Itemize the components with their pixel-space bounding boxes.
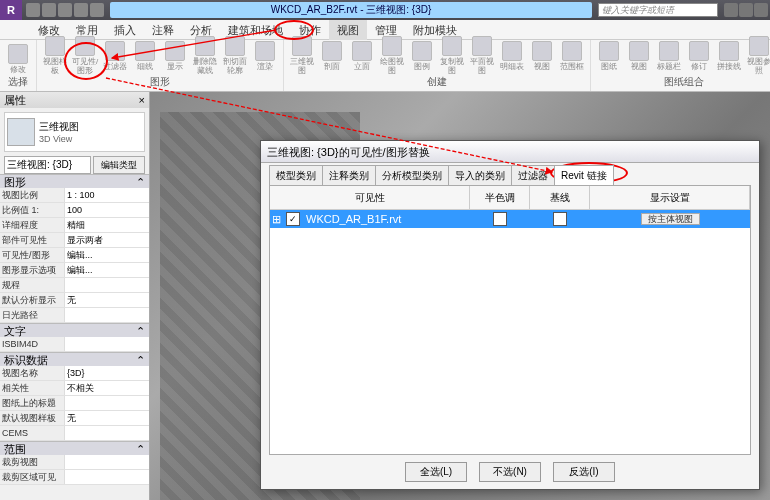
group-name: 选择 xyxy=(4,75,32,89)
prop-value[interactable] xyxy=(65,426,149,440)
ribbon-btn-复制视图[interactable]: 复制视图 xyxy=(438,36,466,75)
dialog-tab-模型类别[interactable]: 模型类别 xyxy=(269,165,323,185)
qat-undo-icon[interactable] xyxy=(58,3,72,17)
prop-value[interactable] xyxy=(65,308,149,322)
ribbon-btn-剖面[interactable]: 剖面 xyxy=(318,41,346,71)
instance-selector[interactable]: 三维视图: {3D} xyxy=(4,156,91,174)
prop-key: 图纸上的标题 xyxy=(0,396,65,410)
prop-row[interactable]: 视图名称{3D} xyxy=(0,366,149,381)
dialog-tab-注释类别[interactable]: 注释类别 xyxy=(322,165,376,185)
invert-selection-button[interactable]: 反选(I) xyxy=(553,462,615,482)
ribbon-label: 拼接线 xyxy=(717,62,741,71)
ribbon-btn-范围框[interactable]: 范围框 xyxy=(558,41,586,71)
prop-row[interactable]: 裁剪区域可见 xyxy=(0,470,149,485)
ribbon-btn-显示[interactable]: 显示 xyxy=(161,41,189,71)
ribbon-btn-过滤器[interactable]: 过滤器 xyxy=(101,41,129,71)
ribbon-label: 三维视图 xyxy=(288,57,316,75)
type-preview[interactable]: 三维视图 3D View xyxy=(4,112,145,152)
edit-type-button[interactable]: 编辑类型 xyxy=(93,156,145,174)
ribbon-btn-修改[interactable]: 修改 xyxy=(4,44,32,74)
prop-value[interactable]: 100 xyxy=(65,203,149,217)
prop-value[interactable]: 编辑... xyxy=(65,263,149,277)
prop-value[interactable] xyxy=(65,278,149,292)
prop-value[interactable] xyxy=(65,337,149,351)
prop-value[interactable]: {3D} xyxy=(65,366,149,380)
select-all-button[interactable]: 全选(L) xyxy=(405,462,467,482)
prop-row[interactable]: 日光路径 xyxy=(0,308,149,323)
prop-row[interactable]: 规程 xyxy=(0,278,149,293)
search-input[interactable]: 键入关键字或短语 xyxy=(598,3,718,17)
prop-row[interactable]: 相关性不相关 xyxy=(0,381,149,396)
dialog-tab-Revit 链接[interactable]: Revit 链接 xyxy=(554,165,614,185)
prop-row[interactable]: 裁剪视图 xyxy=(0,455,149,470)
dialog-tab-分析模型类别[interactable]: 分析模型类别 xyxy=(375,165,449,185)
prop-row[interactable]: 视图比例1 : 100 xyxy=(0,188,149,203)
prop-value[interactable]: 不相关 xyxy=(65,381,149,395)
prop-row[interactable]: 图形显示选项编辑... xyxy=(0,263,149,278)
qat-save-icon[interactable] xyxy=(42,3,56,17)
ribbon-btn-平面视图[interactable]: 平面视图 xyxy=(468,36,496,75)
close-icon[interactable] xyxy=(754,3,768,17)
ribbon-btn-细线[interactable]: 细线 xyxy=(131,41,159,71)
prop-row[interactable]: CEMS xyxy=(0,426,149,441)
prop-row[interactable]: 默认分析显示无 xyxy=(0,293,149,308)
prop-row[interactable]: 详细程度精细 xyxy=(0,218,149,233)
prop-row[interactable]: 默认视图样板无 xyxy=(0,411,149,426)
properties-title: 属性 xyxy=(4,93,26,108)
halftone-checkbox[interactable] xyxy=(493,212,507,226)
close-panel-icon[interactable]: × xyxy=(139,94,145,106)
ribbon-btn-视图样板[interactable]: 视图样板 xyxy=(41,36,69,75)
visibility-checkbox[interactable]: ✓ xyxy=(286,212,300,226)
ribbon-btn-修订[interactable]: 修订 xyxy=(685,41,713,71)
ribbon-icon xyxy=(75,36,95,56)
dialog-tab-导入的类别[interactable]: 导入的类别 xyxy=(448,165,512,185)
ribbon-btn-视图[interactable]: 视图 xyxy=(528,41,556,71)
prop-value[interactable]: 无 xyxy=(65,293,149,307)
ribbon-btn-拼接线[interactable]: 拼接线 xyxy=(715,41,743,71)
prop-value[interactable]: 无 xyxy=(65,411,149,425)
prop-row[interactable]: ISBIM4D xyxy=(0,337,149,352)
prop-section-图形[interactable]: 图形⌃ xyxy=(0,174,149,188)
dialog-tab-过滤器[interactable]: 过滤器 xyxy=(511,165,555,185)
qat-open-icon[interactable] xyxy=(26,3,40,17)
prop-value[interactable]: 编辑... xyxy=(65,248,149,262)
prop-value[interactable]: 1 : 100 xyxy=(65,188,149,202)
prop-value[interactable] xyxy=(65,396,149,410)
maximize-icon[interactable] xyxy=(739,3,753,17)
ribbon-btn-视图[interactable]: 视图 xyxy=(625,41,653,71)
ribbon-btn-标题栏[interactable]: 标题栏 xyxy=(655,41,683,71)
ribbon-btn-立面[interactable]: 立面 xyxy=(348,41,376,71)
ribbon-btn-绘图视图[interactable]: 绘图视图 xyxy=(378,36,406,75)
ribbon-btn-剖切面轮廓[interactable]: 剖切面轮廓 xyxy=(221,36,249,75)
prop-value[interactable]: 显示两者 xyxy=(65,233,149,247)
ribbon-btn-删除隐藏线[interactable]: 删除隐藏线 xyxy=(191,36,219,75)
prop-row[interactable]: 图纸上的标题 xyxy=(0,396,149,411)
prop-key: CEMS xyxy=(0,426,65,440)
prop-row[interactable]: 比例值 1:100 xyxy=(0,203,149,218)
qat-redo-icon[interactable] xyxy=(74,3,88,17)
ribbon-btn-图例[interactable]: 图例 xyxy=(408,41,436,71)
qat-print-icon[interactable] xyxy=(90,3,104,17)
display-setting-button[interactable]: 按主体视图 xyxy=(641,213,700,225)
minimize-icon[interactable] xyxy=(724,3,738,17)
prop-value[interactable] xyxy=(65,470,149,484)
prop-section-范围[interactable]: 范围⌃ xyxy=(0,441,149,455)
prop-row[interactable]: 可见性/图形编辑... xyxy=(0,248,149,263)
ribbon-btn-视图参照[interactable]: 视图参照 xyxy=(745,36,770,75)
prop-value[interactable]: 精细 xyxy=(65,218,149,232)
app-logo[interactable]: R xyxy=(0,0,22,20)
prop-value[interactable] xyxy=(65,455,149,469)
ribbon-label: 视图样板 xyxy=(41,57,69,75)
ribbon-btn-图纸[interactable]: 图纸 xyxy=(595,41,623,71)
select-none-button[interactable]: 不选(N) xyxy=(479,462,541,482)
ribbon-btn-明细表[interactable]: 明细表 xyxy=(498,41,526,71)
prop-row[interactable]: 部件可见性显示两者 xyxy=(0,233,149,248)
link-row[interactable]: ⊞ ✓ WKCD_AR_B1F.rvt 按主体视图 xyxy=(270,210,750,228)
prop-section-标识数据[interactable]: 标识数据⌃ xyxy=(0,352,149,366)
ribbon-label: 显示 xyxy=(167,62,183,71)
underlay-checkbox[interactable] xyxy=(553,212,567,226)
ribbon-btn-可见性/图形[interactable]: 可见性/图形 xyxy=(71,36,99,75)
prop-section-文字[interactable]: 文字⌃ xyxy=(0,323,149,337)
ribbon-btn-渲染[interactable]: 渲染 xyxy=(251,41,279,71)
ribbon-btn-三维视图[interactable]: 三维视图 xyxy=(288,36,316,75)
